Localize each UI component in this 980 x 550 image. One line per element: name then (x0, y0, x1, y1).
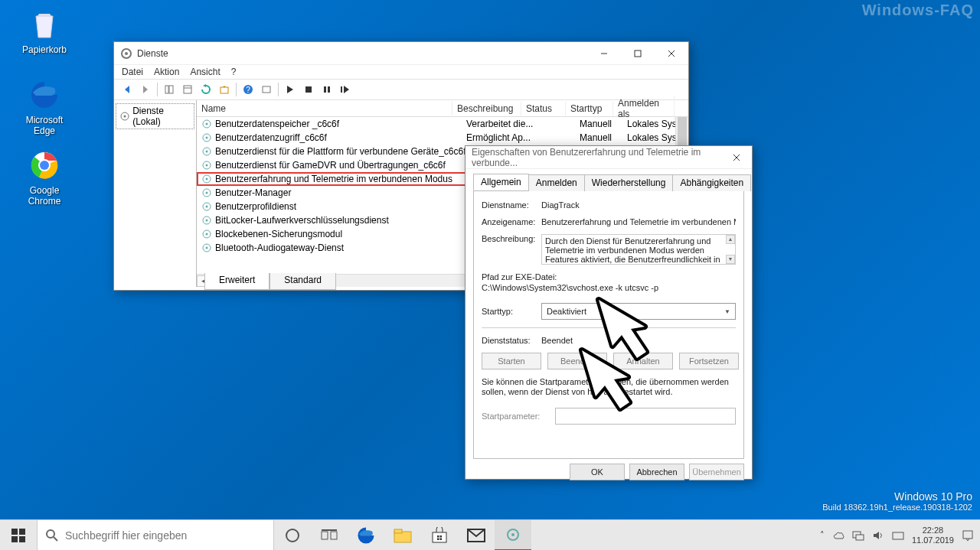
label-display-name: Anzeigename: (482, 217, 541, 226)
tray-network-icon[interactable] (852, 529, 864, 542)
resume-service-button[interactable]: Fortsetzen (679, 353, 739, 369)
toolbar-pause-button[interactable] (318, 81, 335, 98)
stop-service-button[interactable]: Beenden (547, 353, 607, 369)
taskbar-store[interactable] (421, 520, 458, 551)
cancel-button[interactable]: Abbrechen (629, 464, 684, 480)
tray-date: 11.07.2019 (912, 535, 954, 545)
tray-input-icon[interactable] (892, 529, 904, 542)
chrome-icon (26, 147, 63, 184)
service-name: Benutzerdatenspeicher _c6c6f (215, 119, 466, 129)
start-button[interactable] (0, 520, 37, 551)
apply-button[interactable]: Übernehmen (689, 464, 744, 480)
svg-point-36 (206, 206, 208, 208)
toolbar-back-button[interactable] (119, 81, 136, 98)
col-desc[interactable]: Beschreibung (452, 102, 521, 116)
taskbar-edge[interactable] (348, 520, 384, 551)
desktop-icon-label: Papierkorb (15, 44, 74, 55)
menu-action[interactable]: Aktion (154, 67, 179, 77)
svg-point-64 (511, 533, 514, 536)
svg-rect-66 (856, 535, 864, 540)
toolbar-show-hide-button[interactable] (161, 81, 178, 98)
taskbar-mail[interactable] (458, 520, 495, 551)
close-button[interactable] (655, 42, 688, 65)
tab-erweitert[interactable]: Erweitert (204, 273, 270, 290)
toolbar-restart-button[interactable] (337, 81, 354, 98)
services-titlebar[interactable]: Dienste (114, 42, 688, 65)
value-display-name: Benutzererfahrung und Telemetrie im verb… (541, 217, 736, 226)
toolbar-properties-button[interactable] (179, 81, 196, 98)
service-row[interactable]: Benutzerdatenspeicher _c6c6fVerarbeitet … (197, 117, 688, 131)
cortana-button[interactable] (274, 520, 311, 551)
col-status[interactable]: Status (521, 102, 566, 116)
toolbar-start-button[interactable] (282, 81, 299, 98)
taskbar-services[interactable] (495, 520, 531, 551)
svg-rect-16 (263, 86, 270, 93)
start-params-hint: Sie können die Startparameter angeben, d… (482, 377, 736, 397)
service-properties-dialog[interactable]: Eigenschaften von Benutzererfahrung und … (465, 145, 753, 480)
close-button[interactable] (721, 146, 752, 169)
tree-root-services[interactable]: Dienste (Lokal) (116, 103, 194, 129)
tab-general-page: Dienstname: DiagTrack Anzeigename: Benut… (473, 191, 744, 459)
service-name: Blockebenen-Sicherungsmodul (215, 229, 466, 239)
col-starttype[interactable]: Starttyp (566, 102, 613, 116)
tray-onedrive-icon[interactable] (832, 529, 844, 542)
startup-type-dropdown[interactable]: Deaktiviert ▼ (541, 303, 736, 320)
tray-notifications-icon[interactable] (962, 529, 974, 542)
tray-clock[interactable]: 22:28 11.07.2019 (912, 526, 954, 545)
desktop-icon-recycle-bin[interactable]: Papierkorb (15, 6, 74, 55)
toolbar-refresh-button[interactable] (198, 81, 214, 98)
label-service-status: Dienststatus: (482, 336, 541, 345)
taskbar-explorer[interactable] (384, 520, 421, 551)
service-row[interactable]: Benutzerdatenzugriff_c6c6fErmöglicht Ap.… (197, 131, 688, 145)
tab-standard[interactable]: Standard (270, 273, 336, 290)
description-scrollbar[interactable]: ▲▼ (726, 235, 735, 264)
search-icon (45, 529, 59, 542)
svg-rect-6 (635, 50, 641, 57)
service-name: Benutzererfahrung und Telemetrie im verb… (215, 174, 466, 184)
svg-rect-48 (19, 536, 25, 542)
service-name: Benutzerdienst für GameDVR und Übertragu… (215, 160, 466, 171)
service-name: Benutzerprofildienst (215, 201, 466, 212)
menu-view[interactable]: Ansicht (190, 67, 220, 77)
svg-rect-17 (305, 86, 312, 93)
toolbar-misc-button[interactable] (258, 81, 275, 98)
svg-rect-10 (169, 86, 173, 93)
taskbar-search[interactable] (37, 520, 274, 551)
toolbar-forward-button[interactable] (137, 81, 154, 98)
svg-rect-19 (328, 86, 330, 93)
toolbar-export-button[interactable] (216, 81, 233, 98)
desktop-icon-label: Google Chrome (15, 185, 74, 207)
menu-help[interactable]: ? (231, 67, 237, 77)
tab-general[interactable]: Allgemein (473, 174, 529, 190)
startup-type-value: Deaktiviert (547, 307, 586, 316)
maximize-button[interactable] (621, 42, 655, 65)
desktop-icon-chrome[interactable]: Google Chrome (15, 147, 74, 207)
properties-titlebar[interactable]: Eigenschaften von Benutzererfahrung und … (466, 146, 752, 169)
tab-recovery[interactable]: Wiederherstellung (584, 174, 674, 191)
desktop-icon-label: Microsoft Edge (15, 115, 74, 136)
menu-file[interactable]: Datei (122, 67, 143, 77)
svg-rect-54 (322, 529, 337, 531)
desktop-icon-edge[interactable]: Microsoft Edge (15, 76, 74, 136)
minimize-button[interactable] (587, 42, 621, 65)
col-name[interactable]: Name (197, 102, 452, 116)
description-text: Durch den Dienst für Benutzererfahrung u… (545, 236, 720, 265)
tray-volume-icon[interactable] (872, 529, 884, 542)
toolbar-stop-button[interactable] (300, 81, 317, 98)
start-service-button[interactable]: Starten (482, 353, 541, 369)
description-textbox[interactable]: Durch den Dienst für Benutzererfahrung u… (541, 234, 736, 265)
tab-dependencies[interactable]: Abhängigkeiten (672, 174, 751, 191)
gear-icon (201, 229, 212, 239)
search-input[interactable] (65, 529, 266, 542)
tray-chevron-up-icon[interactable]: ˄ (820, 530, 825, 540)
chevron-down-icon: ▼ (724, 308, 730, 315)
svg-rect-56 (394, 529, 402, 533)
svg-rect-58 (437, 535, 439, 538)
toolbar-help-button[interactable]: ? (240, 81, 256, 98)
label-start-params: Startparameter: (482, 412, 555, 421)
tab-logon[interactable]: Anmelden (528, 174, 585, 191)
start-params-input[interactable] (555, 408, 736, 425)
ok-button[interactable]: OK (570, 464, 625, 480)
pause-service-button[interactable]: Anhalten (613, 353, 673, 369)
task-view-button[interactable] (311, 520, 348, 551)
